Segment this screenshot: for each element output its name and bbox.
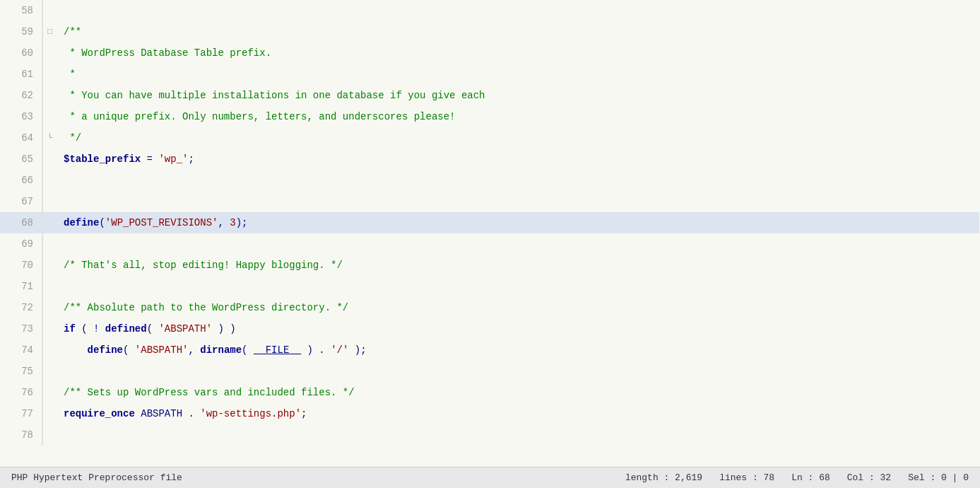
status-bar: PHP Hypertext Preprocessor file length :…	[0, 467, 980, 488]
line-number: 66	[0, 170, 42, 191]
fold-icon	[42, 149, 57, 170]
table-row: 72 /** Absolute path to the WordPress di…	[0, 297, 979, 318]
code-line: define( 'ABSPATH', dirname( __FILE__ ) .…	[57, 339, 979, 361]
code-line	[57, 191, 979, 212]
line-number: 59	[0, 21, 42, 42]
fold-icon	[42, 212, 57, 233]
table-row: 64 └ */	[0, 127, 979, 149]
fold-icon	[42, 191, 57, 212]
line-number: 73	[0, 318, 42, 339]
table-row: 65 $table_prefix = 'wp_';	[0, 149, 979, 170]
fold-icon	[42, 424, 57, 446]
table-row: 59 □ /**	[0, 21, 979, 42]
status-col: Col : 32	[847, 472, 891, 483]
table-row: 66	[0, 170, 979, 191]
code-line	[57, 170, 979, 191]
code-line	[57, 0, 979, 21]
fold-icon	[42, 64, 57, 85]
line-number: 72	[0, 297, 42, 318]
code-line: if ( ! defined( 'ABSPATH' ) )	[57, 318, 979, 339]
table-row: 77 require_once ABSPATH . 'wp-settings.p…	[0, 403, 979, 424]
code-line: /**	[57, 21, 979, 42]
code-line	[57, 276, 979, 297]
table-row: 74 define( 'ABSPATH', dirname( __FILE__ …	[0, 339, 979, 361]
table-row: 67	[0, 191, 979, 212]
fold-icon	[42, 170, 57, 191]
status-sel: Sel : 0 | 0	[908, 472, 969, 483]
line-number: 60	[0, 42, 42, 64]
file-type-label: PHP Hypertext Preprocessor file	[11, 472, 182, 483]
status-length: length : 2,619	[625, 472, 702, 483]
line-number: 63	[0, 106, 42, 127]
fold-icon	[42, 339, 57, 361]
line-number: 78	[0, 424, 42, 446]
code-editor: 58 59 □ /** 60 * WordPress Database Tabl…	[0, 0, 980, 488]
code-area[interactable]: 58 59 □ /** 60 * WordPress Database Tabl…	[0, 0, 980, 467]
fold-icon	[42, 403, 57, 424]
fold-icon	[42, 0, 57, 21]
line-number: 70	[0, 255, 42, 276]
table-row: 76 /** Sets up WordPress vars and includ…	[0, 382, 979, 403]
status-ln: Ln : 68	[791, 472, 830, 483]
line-number: 76	[0, 382, 42, 403]
status-right: length : 2,619 lines : 78 Ln : 68 Col : …	[625, 472, 969, 483]
code-line: require_once ABSPATH . 'wp-settings.php'…	[57, 403, 979, 424]
line-number: 68	[0, 212, 42, 233]
code-line: /** Sets up WordPress vars and included …	[57, 382, 979, 403]
table-row: 61 *	[0, 64, 979, 85]
fold-icon	[42, 297, 57, 318]
table-row: 70 /* That's all, stop editing! Happy bl…	[0, 255, 979, 276]
code-line	[57, 361, 979, 382]
fold-icon	[42, 276, 57, 297]
code-line: * You can have multiple installations in…	[57, 85, 979, 106]
line-number: 67	[0, 191, 42, 212]
table-row: 58	[0, 0, 979, 21]
fold-icon	[42, 106, 57, 127]
code-line: /* That's all, stop editing! Happy blogg…	[57, 255, 979, 276]
fold-icon	[42, 361, 57, 382]
fold-icon	[42, 255, 57, 276]
line-number: 64	[0, 127, 42, 149]
line-number: 61	[0, 64, 42, 85]
table-row: 75	[0, 361, 979, 382]
table-row: 69	[0, 233, 979, 255]
fold-icon	[42, 42, 57, 64]
line-number: 77	[0, 403, 42, 424]
line-number: 62	[0, 85, 42, 106]
status-file-type: PHP Hypertext Preprocessor file	[11, 472, 625, 483]
fold-icon	[42, 318, 57, 339]
table-row: 68 define('WP_POST_REVISIONS', 3);	[0, 212, 979, 233]
table-row: 62 * You can have multiple installations…	[0, 85, 979, 106]
fold-icon: └	[42, 127, 57, 149]
table-row: 71	[0, 276, 979, 297]
table-row: 78	[0, 424, 979, 446]
code-line: *	[57, 64, 979, 85]
code-line: /** Absolute path to the WordPress direc…	[57, 297, 979, 318]
line-number: 71	[0, 276, 42, 297]
code-line: * WordPress Database Table prefix.	[57, 42, 979, 64]
code-line: define('WP_POST_REVISIONS', 3);	[57, 212, 979, 233]
fold-icon	[42, 85, 57, 106]
code-line: $table_prefix = 'wp_';	[57, 149, 979, 170]
line-number: 74	[0, 339, 42, 361]
code-table: 58 59 □ /** 60 * WordPress Database Tabl…	[0, 0, 980, 446]
table-row: 63 * a unique prefix. Only numbers, lett…	[0, 106, 979, 127]
fold-icon	[42, 382, 57, 403]
status-lines: lines : 78	[719, 472, 774, 483]
line-number: 75	[0, 361, 42, 382]
fold-icon	[42, 233, 57, 255]
table-row: 60 * WordPress Database Table prefix.	[0, 42, 979, 64]
code-line	[57, 424, 979, 446]
line-number: 58	[0, 0, 42, 21]
code-line: */	[57, 127, 979, 149]
fold-icon[interactable]: □	[42, 21, 57, 42]
line-number: 69	[0, 233, 42, 255]
code-line	[57, 233, 979, 255]
table-row: 73 if ( ! defined( 'ABSPATH' ) )	[0, 318, 979, 339]
line-number: 65	[0, 149, 42, 170]
code-line: * a unique prefix. Only numbers, letters…	[57, 106, 979, 127]
